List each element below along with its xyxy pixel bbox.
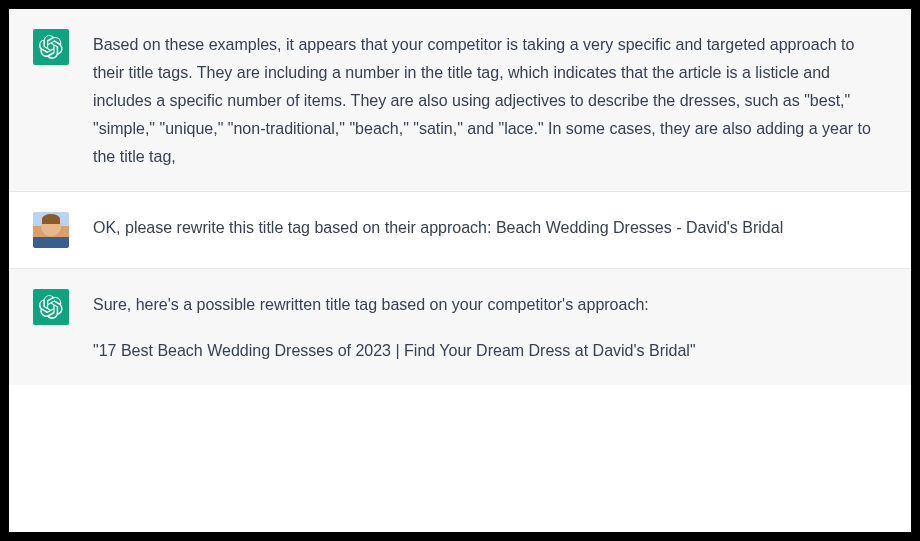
chatgpt-logo-icon xyxy=(39,35,63,59)
message-text: OK, please rewrite this title tag based … xyxy=(93,214,887,242)
message-assistant-2: Sure, here's a possible rewritten title … xyxy=(9,269,911,385)
chatgpt-logo-icon xyxy=(39,295,63,319)
message-content: Sure, here's a possible rewritten title … xyxy=(93,289,887,365)
assistant-avatar xyxy=(33,289,69,325)
message-content: Based on these examples, it appears that… xyxy=(93,29,887,171)
message-text: Based on these examples, it appears that… xyxy=(93,31,887,171)
assistant-avatar xyxy=(33,29,69,65)
chat-frame: Based on these examples, it appears that… xyxy=(0,0,920,541)
message-text: Sure, here's a possible rewritten title … xyxy=(93,291,887,319)
message-text: "17 Best Beach Wedding Dresses of 2023 |… xyxy=(93,337,887,365)
message-content: OK, please rewrite this title tag based … xyxy=(93,212,887,248)
user-avatar xyxy=(33,212,69,248)
message-user-1: OK, please rewrite this title tag based … xyxy=(9,192,911,269)
message-assistant-1: Based on these examples, it appears that… xyxy=(9,9,911,192)
chat-container: Based on these examples, it appears that… xyxy=(8,8,912,533)
